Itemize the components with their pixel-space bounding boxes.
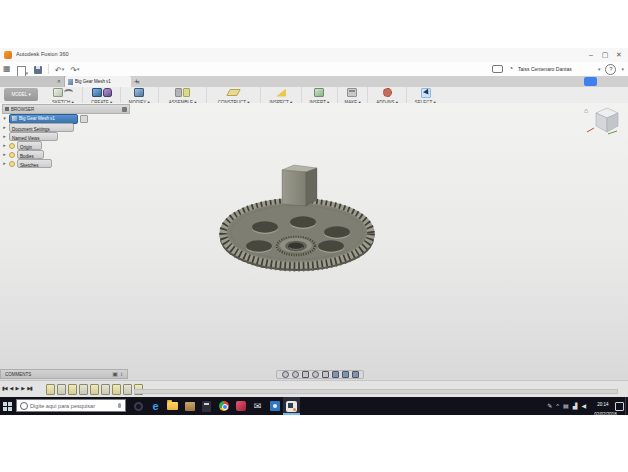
insert-image-icon[interactable] [314,88,324,97]
home-view-icon[interactable]: ⌂ [584,107,588,114]
file-explorer-button[interactable] [164,397,181,415]
box-icon[interactable] [92,88,102,97]
expand-arrow-icon[interactable]: ▸ [2,150,7,159]
menu-construct[interactable]: CONSTRUCT ▾ [207,87,261,103]
pan-icon[interactable] [302,371,309,378]
status-badge[interactable] [584,77,597,86]
construction-plane-icon[interactable] [226,89,241,96]
edge-button[interactable]: e [147,397,164,415]
task-view-button[interactable] [130,397,147,415]
chrome-button[interactable] [215,397,232,415]
measure-icon[interactable] [276,89,286,97]
3d-viewport[interactable]: BROWSER ▾ Big Gear Mesh v1 ▸ Document Se… [0,103,628,380]
timeline-feature[interactable] [57,384,66,395]
taskbar-clock[interactable]: 20:14 02/02/2018 [588,398,618,418]
data-panel-toggle-icon[interactable]: ▦ [3,64,11,74]
browser-item-document-settings[interactable]: ▸ Document Settings [2,123,130,132]
microphone-icon[interactable] [118,403,121,408]
app-button[interactable] [181,397,198,415]
pen-icon[interactable]: ✎ [547,402,552,410]
orbit-icon[interactable] [282,371,289,378]
menu-modify[interactable]: MODIFY ▾ [121,87,159,103]
zoom-icon[interactable] [312,371,319,378]
undo-button[interactable]: ↶▾ [55,64,64,74]
expand-arrow-icon[interactable]: ▸ [2,159,7,168]
comments-expand-icon[interactable]: ↕ [120,370,123,378]
fit-icon[interactable] [322,371,329,378]
store-button[interactable] [266,397,283,415]
timeline-feature-sketch[interactable] [112,384,121,395]
calculator-button[interactable] [198,397,215,415]
network-icon[interactable]: ▟ [573,402,578,410]
view-cube-icon[interactable] [584,105,624,139]
3d-print-icon[interactable] [347,88,357,97]
save-button[interactable] [34,64,42,74]
step-back-button[interactable]: ◀ [10,385,13,391]
select-cursor-icon[interactable] [421,88,431,98]
expand-arrow-icon[interactable]: ▸ [2,132,7,141]
display-settings-icon[interactable] [332,371,339,378]
menu-assemble[interactable]: ASSEMBLE ▾ [159,87,207,103]
photos-button[interactable] [232,397,249,415]
visibility-bulb-icon[interactable] [9,152,15,158]
go-to-end-button[interactable]: ▶▮ [27,385,32,391]
new-tab-button[interactable]: + [134,77,139,86]
sketch-icon[interactable] [53,88,63,97]
browser-close-icon[interactable] [122,107,127,112]
press-pull-icon[interactable] [134,88,144,97]
search-input[interactable]: Digite aqui para pesquisar [16,399,126,412]
active-document-tab[interactable]: Big Gear Mesh v1 ○ ✕ [65,76,131,87]
help-button[interactable]: ? [605,64,616,75]
redo-button[interactable]: ↷▾ [70,64,79,74]
expand-arrow-icon[interactable]: ▾ [2,114,7,123]
joint-icon[interactable] [183,88,190,97]
workspace-selector-button[interactable]: MODEL ▾ [4,88,38,101]
expand-arrow-icon[interactable]: ▸ [2,123,7,132]
browser-item-named-views[interactable]: ▸ Named Views [2,132,130,141]
menu-add-ins[interactable]: ADD-INS ▾ [368,87,407,103]
timeline-feature[interactable] [101,384,110,395]
browser-item-bodies[interactable]: ▸ Bodies [2,150,130,159]
browser-root-row[interactable]: ▾ Big Gear Mesh v1 [2,114,130,123]
visibility-bulb-icon[interactable] [9,161,15,167]
timeline-scrub-track[interactable] [134,389,618,394]
go-to-start-button[interactable]: ▮◀ [2,385,7,391]
close-tab-icon[interactable]: ✕ [57,78,61,84]
expand-arrow-icon[interactable]: ▸ [2,141,7,150]
file-menu-button[interactable]: ▾ [17,64,29,74]
browser-item-origin[interactable]: ▸ Origin [2,141,130,150]
security-icon[interactable]: ▤ [563,402,569,410]
menu-make[interactable]: MAKE ▾ [338,87,368,103]
component-icon[interactable] [175,88,182,97]
user-account-button[interactable]: Taiss Centenaro Dantas [518,66,572,71]
close-button[interactable]: ✕ [612,48,626,61]
menu-select[interactable]: SELECT ▾ [407,87,444,103]
menu-inspect[interactable]: INSPECT ▾ [261,87,302,103]
comments-bar[interactable]: COMMENTS ▣ ↕ [0,369,128,379]
cylinder-icon[interactable] [103,88,112,97]
maximize-button[interactable]: ▢ [598,48,612,61]
timeline-feature-sketch[interactable] [46,384,55,395]
action-center-icon[interactable] [615,402,624,411]
step-forward-button[interactable]: ▶ [21,385,24,391]
browser-header[interactable]: BROWSER [2,104,130,114]
add-ins-gear-icon[interactable] [383,88,392,97]
notification-bubble-icon[interactable] [492,65,503,73]
browser-item-sketches[interactable]: ▸ Sketches [2,159,130,168]
timeline-feature-sketch[interactable] [68,384,77,395]
menu-sketch[interactable]: SKETCH ▾ [44,87,83,103]
minimize-button[interactable]: – [584,48,598,61]
menu-insert[interactable]: INSERT ▾ [302,87,338,103]
grid-settings-icon[interactable] [342,371,349,378]
timeline-feature-sketch[interactable] [90,384,99,395]
mail-button[interactable]: ✉ [249,397,266,415]
view-cube[interactable]: ⌂ [584,105,624,139]
visibility-bulb-icon[interactable] [9,143,15,149]
timeline-feature[interactable] [79,384,88,395]
play-button[interactable]: ▶ [15,385,18,391]
look-at-icon[interactable] [292,371,299,378]
volume-icon[interactable]: ◀ [581,402,586,410]
hidden-icons-chevron-icon[interactable]: ^ [556,402,559,410]
timeline-feature[interactable] [123,384,132,395]
inactive-document-tab[interactable]: ✕ [0,76,65,87]
